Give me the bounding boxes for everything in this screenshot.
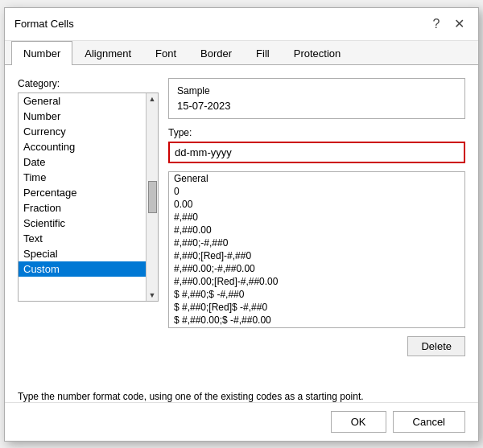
category-list: GeneralNumberCurrencyAccountingDateTimeP…: [19, 93, 146, 301]
category-list-outer: GeneralNumberCurrencyAccountingDateTimeP…: [18, 92, 159, 302]
category-item-special[interactable]: Special: [19, 246, 146, 261]
ok-button[interactable]: OK: [331, 411, 386, 433]
sample-label: Sample: [177, 85, 456, 97]
title-bar: Format Cells ? ✕: [5, 8, 478, 41]
category-item-number[interactable]: Number: [19, 109, 146, 124]
type-input-wrapper: [168, 142, 465, 163]
format-item[interactable]: #,##0.00;[Red]-#,##0.00: [169, 275, 464, 288]
format-item[interactable]: General: [169, 172, 464, 185]
tab-font[interactable]: Font: [143, 41, 188, 65]
format-item[interactable]: $ #,##0.00;$ -#,##0.00: [169, 314, 464, 327]
type-label: Type:: [168, 127, 465, 138]
sample-section: Sample 15-07-2023: [168, 78, 465, 119]
format-item[interactable]: #,##0;[Red]-#,##0: [169, 249, 464, 262]
category-item-date[interactable]: Date: [19, 154, 146, 170]
title-bar-left: Format Cells: [14, 18, 74, 30]
type-input[interactable]: [171, 145, 462, 160]
category-item-accounting[interactable]: Accounting: [19, 139, 146, 154]
tab-fill[interactable]: Fill: [244, 41, 282, 65]
category-scrollbar[interactable]: ▲ ▼: [146, 93, 158, 301]
format-list-wrapper: General00.00#,##0#,##0.00#,##0;-#,##0#,#…: [168, 171, 465, 328]
tab-content-number: Category: GeneralNumberCurrencyAccountin…: [5, 65, 478, 384]
delete-button[interactable]: Delete: [407, 336, 465, 356]
footer: OK Cancel: [5, 402, 478, 441]
close-button[interactable]: ✕: [449, 14, 469, 34]
category-label: Category:: [18, 78, 159, 89]
format-cells-dialog: Format Cells ? ✕ Number Alignment Font B…: [4, 7, 479, 442]
format-item[interactable]: 0.00: [169, 198, 464, 211]
scroll-up-arrow[interactable]: ▲: [149, 95, 156, 103]
category-scroll-area: GeneralNumberCurrencyAccountingDateTimeP…: [19, 93, 158, 301]
type-section: Type:: [168, 127, 465, 163]
hint-text: Type the number format code, using one o…: [18, 391, 364, 402]
category-item-general[interactable]: General: [19, 93, 146, 109]
scroll-thumb[interactable]: [148, 181, 157, 213]
format-item[interactable]: $ #,##0;$ -#,##0: [169, 288, 464, 301]
tab-number[interactable]: Number: [11, 41, 72, 65]
hint-section: Type the number format code, using one o…: [5, 384, 478, 402]
format-item[interactable]: 0: [169, 185, 464, 198]
scroll-down-arrow[interactable]: ▼: [149, 291, 156, 299]
format-list: General00.00#,##0#,##0.00#,##0;-#,##0#,#…: [169, 172, 464, 327]
category-item-time[interactable]: Time: [19, 170, 146, 185]
help-button[interactable]: ?: [427, 14, 446, 34]
dialog-title: Format Cells: [14, 18, 74, 30]
category-item-scientific[interactable]: Scientific: [19, 216, 146, 231]
format-item[interactable]: $ #,##0;[Red]$ -#,##0: [169, 301, 464, 314]
tab-alignment[interactable]: Alignment: [72, 41, 143, 65]
format-item[interactable]: #,##0;-#,##0: [169, 236, 464, 249]
category-item-fraction[interactable]: Fraction: [19, 200, 146, 216]
tab-protection[interactable]: Protection: [282, 41, 353, 65]
category-item-custom[interactable]: Custom: [19, 261, 146, 277]
format-item[interactable]: #,##0.00;-#,##0.00: [169, 262, 464, 275]
category-item-text[interactable]: Text: [19, 231, 146, 246]
delete-row: Delete: [168, 336, 465, 356]
format-item[interactable]: #,##0: [169, 211, 464, 224]
tab-bar: Number Alignment Font Border Fill Protec…: [5, 41, 478, 65]
format-item[interactable]: #,##0.00: [169, 224, 464, 236]
title-bar-right: ? ✕: [427, 14, 469, 34]
cancel-button[interactable]: Cancel: [393, 411, 465, 433]
tab-border[interactable]: Border: [188, 41, 244, 65]
category-panel: Category: GeneralNumberCurrencyAccountin…: [18, 78, 159, 372]
sample-value: 15-07-2023: [177, 100, 456, 112]
category-item-currency[interactable]: Currency: [19, 124, 146, 139]
right-panel: Sample 15-07-2023 Type: General00.00#,##…: [168, 78, 465, 372]
category-item-percentage[interactable]: Percentage: [19, 185, 146, 200]
